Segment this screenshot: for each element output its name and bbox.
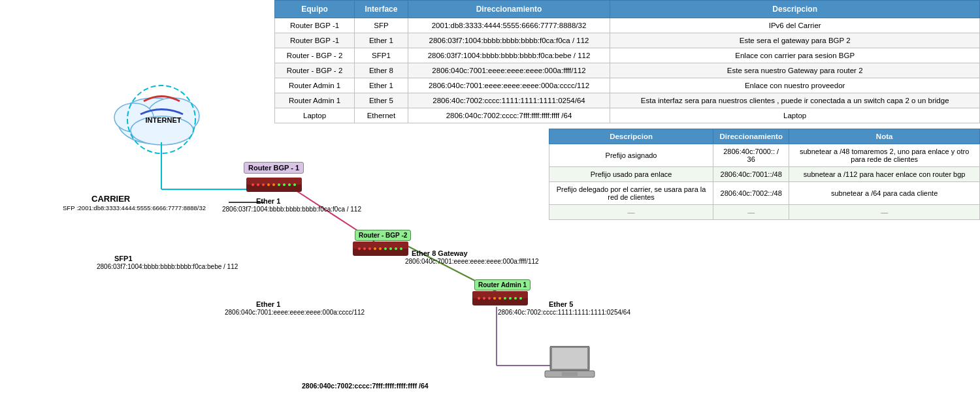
svg-point-25 (358, 247, 361, 250)
svg-point-18 (272, 183, 275, 186)
cell-direccionamiento: 2806:03f7:1004:bbbb:bbbb:bbbb:f0ca:f0ca … (408, 33, 610, 48)
cell-descripcion: Esta interfaz sera para nuestros cliente… (610, 93, 980, 108)
bgp1-label: Router BGP - 1 (244, 162, 304, 174)
admin1-ether1-ip: 2806:040c:7001:eeee:eeee:eeee:000a:cccc/… (225, 309, 365, 316)
cell-descripcion: Laptop (610, 108, 980, 123)
second-table: Descripcion Direccionamiento Nota Prefij… (549, 129, 980, 220)
cell2-direccionamiento: 2806:40c:7002::/48 (713, 182, 789, 205)
svg-point-30 (384, 247, 387, 250)
bgp2-ether8-ip: 2806:040c:7001:eeee:eeee:eeee:000a:ffff/… (405, 258, 539, 265)
svg-point-27 (368, 247, 371, 250)
col2-header-dir: Direccionamiento (713, 129, 789, 144)
svg-point-14 (252, 183, 254, 186)
bgp2-ether8-label: Ether 8 Gateway (412, 249, 468, 257)
svg-point-16 (262, 183, 265, 186)
cell2-descripcion: Prefijo delegado por el carrier, se usar… (549, 182, 713, 205)
cell-direccionamiento: 2806:40c:7002:cccc:1111:1111:1111:0254/6… (408, 93, 610, 108)
cell-interface: Ethernet (355, 108, 408, 123)
laptop-icon (544, 346, 596, 388)
svg-point-37 (483, 297, 485, 300)
admin1-label-box: Router Admin 1 (474, 279, 531, 290)
cell-equipo: Laptop (275, 108, 355, 123)
bgp2-sfp1-label: SFP1 (114, 255, 133, 262)
svg-point-33 (400, 247, 402, 250)
col2-header-nota: Nota (789, 129, 980, 144)
main-table-row: Router - BGP - 2Ether 82806:040c:7001:ee… (275, 63, 980, 78)
svg-point-17 (267, 183, 270, 186)
admin1-ether1-label: Ether 1 (256, 300, 280, 308)
svg-point-41 (504, 297, 506, 300)
cell-direccionamiento: 2806:040c:7001:eeee:eeee:eeee:000a:ffff/… (408, 63, 610, 78)
carrier-sfp: SFP :2001:db8:3333:4444:5555:6666:7777:8… (63, 204, 206, 211)
svg-point-15 (257, 183, 259, 186)
svg-point-26 (363, 247, 366, 250)
cell2-nota: subnetear a /64 para cada cliente (789, 182, 980, 205)
main-table-row: Router Admin 1Ether 52806:40c:7002:cccc:… (275, 93, 980, 108)
cell2-nota: subnetear a /112 para hacer enlace con r… (789, 167, 980, 182)
svg-point-31 (389, 247, 392, 250)
cell2-nota: subnetear a /48 tomaremos 2, uno para en… (789, 144, 980, 167)
cell2-nota: — (789, 205, 980, 220)
cell-equipo: Router - BGP - 2 (275, 48, 355, 63)
tables-container: Equipo Interface Direccionamiento Descri… (274, 0, 980, 220)
cell-descripcion: Enlace con nuestro proveedor (610, 78, 980, 93)
svg-point-29 (379, 247, 382, 250)
svg-point-39 (493, 297, 496, 300)
second-table-row: Prefijo usado para enlace2806:40c:7001::… (549, 167, 980, 182)
cell-descripcion: Enlace con carrier para sesion BGP (610, 48, 980, 63)
col2-header-desc: Descripcion (549, 129, 713, 144)
svg-point-44 (519, 297, 522, 300)
svg-point-40 (498, 297, 501, 300)
cell-direccionamiento: 2001:db8:3333:4444:5555:6666:7777:8888/3… (408, 18, 610, 33)
cell-interface: Ether 8 (355, 63, 408, 78)
admin1-ether5-label: Ether 5 (549, 300, 573, 308)
main-table-row: LaptopEthernet2806:040c:7002:cccc:7fff:f… (275, 108, 980, 123)
main-table-row: Router BGP -1SFP2001:db8:3333:4444:5555:… (275, 18, 980, 33)
svg-point-28 (374, 247, 376, 250)
main-table-row: Router BGP -1Ether 12806:03f7:1004:bbbb:… (275, 33, 980, 48)
cell-descripcion: Este sera el gateway para BGP 2 (610, 33, 980, 48)
cell-interface: Ether 1 (355, 33, 408, 48)
cell2-direccionamiento: — (713, 205, 789, 220)
cell2-descripcion: Prefijo usado para enlace (549, 167, 713, 182)
second-table-row: Prefijo asignado2806:40c:7000:: / 36subn… (549, 144, 980, 167)
laptop-ip: 2806:040c:7002:cccc:7fff:ffff:ffff:ffff … (302, 382, 429, 390)
cell-interface: SFP (355, 18, 408, 33)
admin1-label: Router Admin 1 (474, 279, 531, 290)
svg-point-21 (288, 183, 291, 186)
col-header-dir: Direccionamiento (408, 1, 610, 18)
svg-point-43 (514, 297, 517, 300)
svg-point-42 (509, 297, 512, 300)
bgp1-router-icon (246, 176, 302, 193)
svg-rect-48 (562, 372, 578, 376)
second-table-row: ——— (549, 205, 980, 220)
main-table-row: Router Admin 1Ether 12806:040c:7001:eeee… (275, 78, 980, 93)
internet-label: INTERNET (137, 116, 189, 124)
svg-point-19 (278, 183, 280, 186)
second-table-row: Prefijo delegado por el carrier, se usar… (549, 182, 980, 205)
cell-equipo: Router Admin 1 (275, 78, 355, 93)
admin1-ether5-ip: 2806:40c:7002:cccc:1111:1111:1111:0254/6… (498, 309, 630, 316)
col-header-desc: Descripcion (610, 1, 980, 18)
svg-point-36 (478, 297, 480, 300)
cell-equipo: Router - BGP - 2 (275, 63, 355, 78)
cell2-descripcion: — (549, 205, 713, 220)
col-header-interface: Interface (355, 1, 408, 18)
svg-point-32 (395, 247, 397, 250)
cell-interface: SFP1 (355, 48, 408, 63)
node-bgp1: Router BGP - 1 (244, 162, 304, 193)
cell-interface: Ether 1 (355, 78, 408, 93)
main-table: Equipo Interface Direccionamiento Descri… (274, 0, 980, 123)
bgp2-label-box: Router - BGP -2 (355, 230, 411, 241)
cell-equipo: Router Admin 1 (275, 93, 355, 108)
bgp1-ether1-ip: 2806:03f7:1004:bbbb:bbbb:bbbb:f0ca:f0ca … (222, 206, 361, 213)
svg-point-38 (488, 297, 491, 300)
cell-descripcion: Este sera nuestro Gateway para router 2 (610, 63, 980, 78)
cell-direccionamiento: 2806:03f7:1004:bbbb:bbbb:bbbb:f0ca:bebe … (408, 48, 610, 63)
col-header-equipo: Equipo (275, 1, 355, 18)
admin1-router-icon (472, 290, 528, 309)
main-table-row: Router - BGP - 2SFP12806:03f7:1004:bbbb:… (275, 48, 980, 63)
cell-direccionamiento: 2806:040c:7002:cccc:7fff:ffff:ffff:ffff … (408, 108, 610, 123)
cell2-descripcion: Prefijo asignado (549, 144, 713, 167)
svg-point-20 (283, 183, 286, 186)
